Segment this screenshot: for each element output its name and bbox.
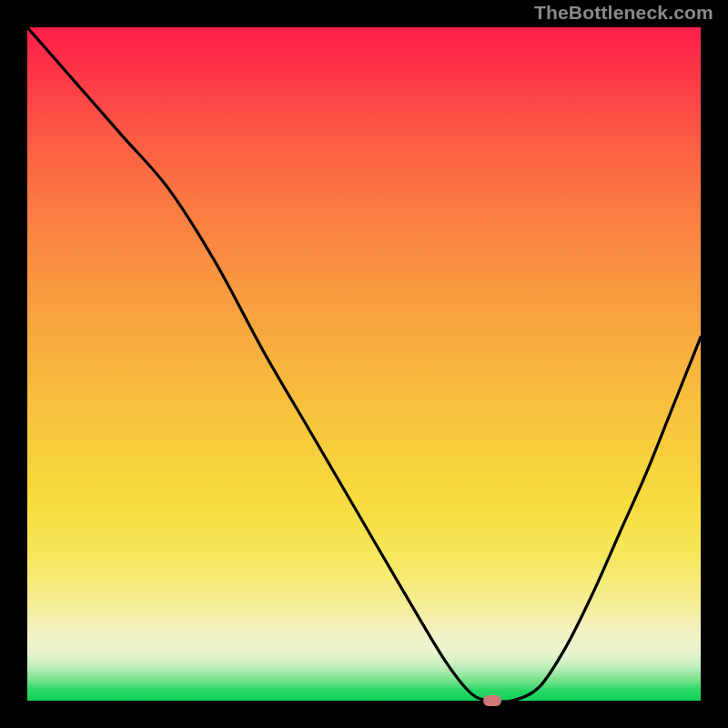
attribution-text: TheBottleneck.com xyxy=(534,2,713,24)
chart-canvas: TheBottleneck.com xyxy=(0,0,728,728)
plot-area xyxy=(27,27,701,701)
optimum-marker xyxy=(483,695,501,706)
curve-path xyxy=(27,27,701,701)
bottleneck-curve xyxy=(27,27,701,701)
